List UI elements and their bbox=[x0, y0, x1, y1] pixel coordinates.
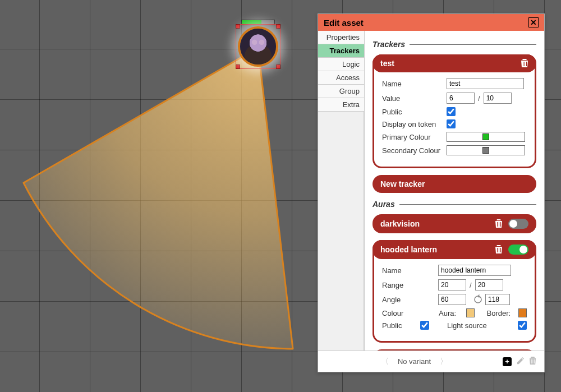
field-label: Border: bbox=[487, 309, 514, 317]
add-variant-button[interactable]: + bbox=[503, 357, 512, 366]
tab-list: Properties Trackers Logic Access Group E… bbox=[318, 31, 364, 351]
field-label: Secondary Colour bbox=[382, 146, 447, 155]
chevron-right-icon[interactable]: 〉 bbox=[440, 357, 448, 367]
tracker-value-input[interactable] bbox=[447, 93, 475, 104]
dialog-title: Edit asset bbox=[324, 18, 364, 27]
close-icon[interactable]: ✕ bbox=[528, 17, 539, 27]
svg-point-0 bbox=[475, 296, 481, 303]
tracker-display-checkbox[interactable] bbox=[447, 119, 456, 128]
field-label: Range bbox=[382, 281, 438, 289]
tab-content: Trackers test Name Value / bbox=[364, 31, 544, 351]
pencil-icon[interactable] bbox=[516, 357, 525, 367]
border-color-picker[interactable] bbox=[518, 308, 527, 317]
token[interactable] bbox=[238, 26, 278, 67]
aura-range-b-input[interactable] bbox=[475, 279, 503, 290]
section-trackers: Trackers bbox=[373, 40, 536, 49]
rotation-icon bbox=[473, 294, 483, 305]
token-avatar[interactable] bbox=[238, 26, 278, 67]
aura-title: darkvision bbox=[380, 219, 420, 228]
field-label: Light source bbox=[447, 321, 487, 330]
tab-extra[interactable]: Extra bbox=[318, 98, 364, 112]
aura-card-hooded-lantern: hooded lantern Name Range / bbox=[373, 240, 536, 343]
field-label: Name bbox=[382, 80, 447, 88]
chevron-left-icon[interactable]: 〈 bbox=[381, 357, 389, 367]
tracker-public-checkbox[interactable] bbox=[447, 107, 456, 116]
resize-handle[interactable] bbox=[236, 24, 240, 29]
tab-logic[interactable]: Logic bbox=[318, 58, 364, 71]
field-label: Aura: bbox=[439, 309, 462, 317]
aura-range-a-input[interactable] bbox=[438, 279, 466, 290]
aura-angle-input[interactable] bbox=[438, 294, 466, 305]
dialog-footer: 〈 No variant 〉 + bbox=[318, 351, 544, 372]
tracker-max-input[interactable] bbox=[484, 93, 512, 104]
trash-icon[interactable] bbox=[495, 245, 503, 254]
resize-handle[interactable] bbox=[236, 64, 240, 69]
tracker-card: test Name Value / Public bbox=[373, 54, 536, 168]
trash-icon[interactable] bbox=[529, 357, 536, 367]
trash-icon[interactable] bbox=[521, 59, 528, 68]
tracker-title: test bbox=[380, 59, 394, 68]
aura-card-darkvision: darkvision bbox=[373, 214, 536, 233]
aura-direction-input[interactable] bbox=[485, 294, 510, 305]
primary-color-picker[interactable] bbox=[447, 132, 525, 142]
tab-properties[interactable]: Properties bbox=[318, 31, 364, 44]
field-label: Colour bbox=[382, 309, 434, 317]
tab-trackers[interactable]: Trackers bbox=[318, 44, 364, 58]
new-tracker-button[interactable]: New tracker bbox=[373, 175, 536, 193]
trash-icon[interactable] bbox=[495, 219, 503, 228]
field-label: Angle bbox=[382, 296, 438, 304]
resize-handle[interactable] bbox=[276, 64, 280, 69]
aura-title: hooded lantern bbox=[380, 245, 437, 254]
variant-label: No variant bbox=[398, 357, 431, 366]
tab-group[interactable]: Group bbox=[318, 85, 364, 98]
field-label: Value bbox=[382, 94, 447, 103]
secondary-color-picker[interactable] bbox=[447, 145, 525, 155]
aura-name-input[interactable] bbox=[438, 265, 511, 276]
field-label: Name bbox=[382, 266, 438, 275]
field-label: Public bbox=[382, 108, 447, 116]
field-label: Public bbox=[382, 321, 416, 330]
tab-access[interactable]: Access bbox=[318, 71, 364, 85]
edit-asset-dialog: Edit asset ✕ Properties Trackers Logic A… bbox=[318, 13, 545, 372]
resize-handle[interactable] bbox=[276, 24, 280, 29]
dialog-header[interactable]: Edit asset ✕ bbox=[318, 14, 544, 31]
aura-color-picker[interactable] bbox=[466, 308, 475, 317]
aura-public-checkbox[interactable] bbox=[420, 321, 429, 330]
section-auras: Auras bbox=[373, 200, 536, 209]
field-label: Display on token bbox=[382, 120, 447, 128]
aura-toggle[interactable] bbox=[508, 245, 528, 255]
tracker-name-input[interactable] bbox=[447, 78, 524, 89]
field-label: Primary Colour bbox=[382, 133, 447, 141]
aura-light-checkbox[interactable] bbox=[518, 321, 527, 330]
aura-toggle[interactable] bbox=[508, 219, 528, 229]
